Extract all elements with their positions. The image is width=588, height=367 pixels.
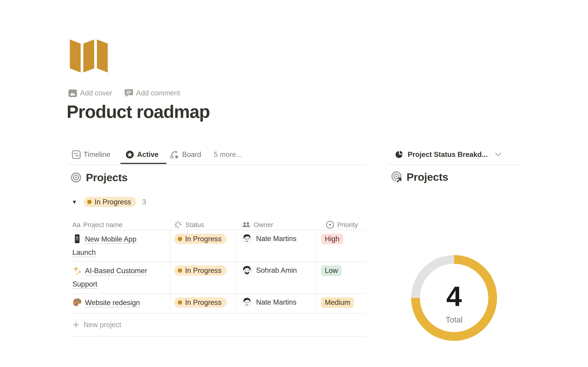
- owner-name: Nate Martins: [256, 298, 296, 307]
- donut-total-value: 4: [410, 280, 498, 312]
- cell-priority[interactable]: Medium: [317, 294, 365, 313]
- add-comment-button[interactable]: Add comment: [125, 89, 180, 97]
- tab-active-label: Active: [137, 150, 158, 159]
- group-count: 3: [142, 198, 146, 206]
- project-link[interactable]: Website redesign: [85, 299, 140, 307]
- column-header-status-label: Status: [185, 221, 204, 229]
- tab-board-label: Board: [182, 150, 201, 159]
- projects-heading-left-label: Projects: [86, 171, 128, 184]
- cell-status[interactable]: In Progress: [170, 294, 237, 313]
- comment-icon: [125, 89, 133, 97]
- tab-more[interactable]: 5 more...: [214, 149, 242, 161]
- avatar: [242, 265, 252, 275]
- table-bottom-divider: [71, 336, 365, 336]
- column-header-project-name-label: Project name: [83, 221, 122, 229]
- image-icon: [69, 90, 77, 97]
- table-row: New Mobile App Launch In Progress Nate M…: [71, 230, 365, 261]
- column-header-priority[interactable]: Priority: [317, 220, 365, 230]
- status-pill: In Progress: [174, 297, 227, 308]
- cell-owner[interactable]: Sohrab Amin: [237, 262, 317, 293]
- map-icon: [70, 38, 108, 73]
- status-dot-icon: [178, 300, 182, 305]
- priority-tag: High: [321, 234, 343, 244]
- page-title: Product roadmap: [67, 101, 210, 122]
- tab-active[interactable]: Active: [125, 149, 158, 161]
- owner-name: Nate Martins: [256, 235, 296, 243]
- cell-status[interactable]: In Progress: [170, 262, 237, 293]
- tab-project-status-breakdown[interactable]: Project Status Breakd...: [395, 149, 502, 161]
- owner-name: Sohrab Amin: [256, 266, 297, 275]
- timeline-icon: [72, 150, 81, 159]
- tab-timeline[interactable]: Timeline: [72, 149, 110, 161]
- cell-project-name[interactable]: AI-Based Customer Support: [71, 262, 170, 293]
- linked-target-icon: [391, 171, 403, 183]
- cell-priority[interactable]: High: [317, 230, 365, 261]
- plus-icon: [73, 321, 79, 328]
- table-row: Website redesign In Progress Nate Martin…: [71, 293, 365, 313]
- add-cover-button[interactable]: Add cover: [69, 89, 112, 97]
- projects-heading-right: Projects: [391, 171, 448, 183]
- projects-table: Aa Project name Status: [71, 220, 365, 336]
- people-icon: [242, 220, 251, 229]
- cell-project-name[interactable]: Website redesign: [71, 294, 170, 313]
- group-status-label: In Progress: [95, 198, 131, 206]
- tab-project-status-breakdown-label: Project Status Breakd...: [408, 150, 488, 159]
- status-pill: In Progress: [174, 265, 227, 276]
- projects-heading-left: Projects: [71, 171, 128, 184]
- left-toolbar-divider: [68, 165, 365, 165]
- board-icon: [170, 150, 179, 159]
- tab-more-label: 5 more...: [214, 150, 242, 159]
- new-project-label: New project: [84, 321, 121, 329]
- sparkles-icon: [72, 266, 82, 275]
- projects-heading-right-label: Projects: [406, 171, 448, 183]
- status-label: In Progress: [185, 235, 222, 243]
- column-header-project-name[interactable]: Aa Project name: [71, 220, 170, 230]
- new-project-button[interactable]: New project: [71, 313, 365, 336]
- palette-icon: [72, 298, 82, 307]
- tab-timeline-label: Timeline: [84, 150, 110, 159]
- cell-project-name[interactable]: New Mobile App Launch: [71, 230, 170, 261]
- cell-status[interactable]: In Progress: [170, 230, 237, 261]
- status-label: In Progress: [185, 298, 222, 307]
- priority-tag: Medium: [321, 297, 354, 308]
- target-icon: [71, 172, 81, 183]
- status-dot-icon: [87, 200, 92, 204]
- notion-page: Add cover Add comment Product roadmap Ti…: [0, 0, 588, 367]
- column-header-status[interactable]: Status: [170, 220, 237, 230]
- tab-board[interactable]: Board: [170, 149, 201, 161]
- group-row-in-progress: ▼ In Progress 3: [72, 197, 146, 207]
- group-toggle-icon[interactable]: ▼: [72, 199, 78, 205]
- cell-priority[interactable]: Low: [317, 262, 365, 293]
- right-toolbar-divider: [388, 165, 522, 165]
- project-link[interactable]: AI-Based Customer Support: [72, 267, 147, 288]
- select-property-icon: [326, 220, 334, 229]
- status-dot-icon: [178, 237, 182, 241]
- add-comment-label: Add comment: [136, 89, 180, 97]
- text-property-icon: Aa: [72, 221, 80, 229]
- cell-owner[interactable]: Nate Martins: [237, 294, 317, 313]
- cell-owner[interactable]: Nate Martins: [237, 230, 317, 261]
- column-header-owner-label: Owner: [254, 221, 273, 229]
- column-header-priority-label: Priority: [337, 221, 358, 229]
- table-row: AI-Based Customer Support In Progress So…: [71, 261, 365, 293]
- avatar: [242, 297, 252, 307]
- table-header-row: Aa Project name Status: [71, 220, 365, 230]
- priority-tag: Low: [321, 265, 342, 276]
- smartphone-icon: [72, 234, 82, 244]
- status-dot-icon: [178, 268, 182, 273]
- status-spinner-icon: [173, 220, 183, 229]
- chevron-down-icon[interactable]: [495, 152, 502, 157]
- star-icon: [125, 150, 134, 159]
- status-pill: In Progress: [174, 234, 227, 244]
- page-controls: Add cover Add comment: [69, 89, 180, 97]
- status-label: In Progress: [185, 267, 222, 275]
- donut-total-label: Total: [410, 315, 498, 324]
- avatar: [242, 233, 252, 244]
- add-cover-label: Add cover: [80, 89, 112, 97]
- active-tab-underline: [120, 163, 166, 164]
- column-header-owner[interactable]: Owner: [237, 220, 317, 230]
- group-status-pill[interactable]: In Progress: [84, 197, 136, 207]
- pie-chart-icon: [395, 150, 404, 159]
- page-icon-map[interactable]: [70, 38, 108, 73]
